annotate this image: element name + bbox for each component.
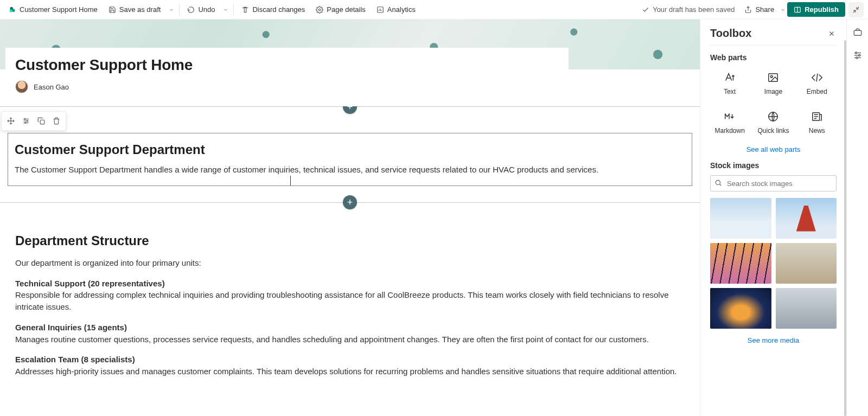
- toolbox-rail-icon[interactable]: [851, 26, 864, 39]
- webpart-quicklinks[interactable]: Quick links: [754, 106, 793, 138]
- title-region[interactable]: Customer Support Home Eason Gao: [5, 48, 569, 102]
- webparts-label: Web parts: [710, 53, 837, 62]
- duplicate-icon[interactable]: [34, 114, 48, 128]
- toolbox-title: Toolbox: [710, 27, 751, 40]
- unit-title: Escalation Team (8 specialists): [15, 355, 135, 364]
- svg-point-1: [12, 9, 15, 12]
- svg-line-9: [853, 10, 856, 12]
- discard-icon: [241, 6, 249, 14]
- search-icon: [714, 179, 722, 187]
- webpart-heading[interactable]: Customer Support Department: [15, 142, 685, 157]
- move-icon[interactable]: [4, 114, 18, 128]
- right-rail: [846, 20, 868, 416]
- image-icon: [766, 71, 780, 85]
- stock-image-grid: [710, 198, 837, 329]
- page-title[interactable]: Customer Support Home: [15, 56, 559, 74]
- add-section-bottom-button[interactable]: +: [343, 195, 357, 209]
- stock-image[interactable]: [710, 288, 771, 329]
- embed-icon: [810, 71, 824, 85]
- svg-line-23: [816, 74, 818, 82]
- book-icon: [794, 6, 801, 14]
- svg-point-29: [716, 180, 720, 184]
- undo-icon: [187, 6, 195, 14]
- unit-desc: Addresses high-priority issues and manag…: [15, 367, 677, 376]
- text-icon: [723, 71, 737, 85]
- save-status: Your draft has been saved: [636, 5, 740, 14]
- svg-point-17: [25, 122, 26, 123]
- svg-point-2: [10, 10, 12, 12]
- structure-heading[interactable]: Department Structure: [15, 233, 685, 248]
- page-details-button[interactable]: Page details: [311, 3, 370, 16]
- svg-point-37: [856, 57, 858, 59]
- webpart-text[interactable]: Text: [710, 67, 749, 99]
- byline: Eason Gao: [15, 80, 559, 93]
- svg-rect-31: [854, 30, 861, 35]
- webpart-embed[interactable]: Embed: [797, 67, 837, 99]
- webpart-news[interactable]: News: [797, 106, 837, 138]
- close-icon[interactable]: [827, 29, 837, 39]
- unit-block[interactable]: General Inquiries (15 agents) Manages ro…: [15, 322, 685, 345]
- delete-icon[interactable]: [49, 114, 63, 128]
- site-breadcrumb[interactable]: Customer Support Home: [4, 3, 102, 16]
- stock-image[interactable]: [710, 243, 771, 284]
- author-avatar[interactable]: [15, 80, 28, 93]
- discard-button[interactable]: Discard changes: [237, 3, 309, 16]
- text-webpart[interactable]: Customer Support Department The Customer…: [8, 133, 692, 186]
- undo-button[interactable]: Undo: [183, 3, 219, 16]
- stock-images-label: Stock images: [710, 161, 837, 170]
- properties-rail-icon[interactable]: [851, 49, 864, 62]
- unit-desc: Manages routine customer questions, proc…: [15, 335, 649, 344]
- save-draft-button[interactable]: Save as draft: [104, 3, 165, 16]
- see-all-webparts-link[interactable]: See all web parts: [710, 145, 837, 153]
- republish-button[interactable]: Republish: [787, 2, 845, 17]
- stock-image[interactable]: [710, 198, 771, 239]
- stock-search-input[interactable]: [710, 175, 837, 191]
- see-more-media-link[interactable]: See more media: [710, 336, 837, 344]
- svg-line-30: [720, 184, 722, 186]
- markdown-icon: [723, 110, 737, 124]
- share-button[interactable]: Share: [740, 3, 778, 16]
- text-caret: [290, 176, 291, 185]
- svg-rect-21: [769, 74, 778, 82]
- svg-point-15: [24, 118, 25, 119]
- unit-block[interactable]: Technical Support (20 representatives) R…: [15, 278, 685, 313]
- stock-image[interactable]: [776, 198, 837, 239]
- svg-point-35: [855, 52, 857, 54]
- unit-title: Technical Support (20 representatives): [15, 279, 165, 288]
- stock-image[interactable]: [776, 243, 837, 284]
- scrollbar[interactable]: [844, 40, 846, 416]
- webpart-markdown[interactable]: Markdown: [710, 106, 749, 138]
- undo-dropdown[interactable]: [221, 7, 230, 12]
- stock-image[interactable]: [776, 288, 837, 329]
- add-section-top-button[interactable]: +: [343, 106, 357, 114]
- webpart-body[interactable]: The Customer Support Department handles …: [15, 164, 685, 176]
- svg-rect-18: [40, 120, 44, 124]
- checkmark-icon: [642, 6, 649, 14]
- gear-icon: [316, 6, 323, 14]
- content-below[interactable]: Department Structure Our department is o…: [0, 203, 700, 408]
- save-dropdown[interactable]: [167, 7, 176, 12]
- author-name[interactable]: Eason Gao: [34, 83, 69, 91]
- news-icon: [810, 110, 824, 124]
- svg-point-36: [858, 55, 860, 56]
- unit-title: General Inquiries (15 agents): [15, 323, 127, 332]
- share-dropdown[interactable]: [778, 7, 787, 12]
- svg-point-16: [27, 120, 28, 121]
- svg-point-22: [771, 75, 773, 78]
- edit-properties-icon[interactable]: [19, 114, 33, 128]
- toolbox-panel: Toolbox Web parts Text Image Embed: [700, 20, 846, 416]
- structure-intro[interactable]: Our department is organized into four pr…: [15, 257, 685, 269]
- unit-block[interactable]: Escalation Team (8 specialists) Addresse…: [15, 354, 685, 377]
- sharepoint-icon: [9, 6, 16, 14]
- webpart-image[interactable]: Image: [754, 67, 793, 99]
- webpart-toolbar: [1, 111, 66, 131]
- share-icon: [744, 6, 752, 14]
- command-bar: Customer Support Home Save as draft Undo…: [0, 0, 868, 20]
- editor-canvas: Customer Support Home Eason Gao + Custom…: [0, 20, 700, 416]
- collapse-pane-button[interactable]: [848, 2, 864, 17]
- svg-line-8: [857, 7, 859, 9]
- analytics-icon: [376, 6, 384, 14]
- analytics-button[interactable]: Analytics: [372, 3, 420, 16]
- svg-point-3: [319, 9, 321, 11]
- section-1[interactable]: + Customer Support Department The Custom…: [0, 106, 700, 203]
